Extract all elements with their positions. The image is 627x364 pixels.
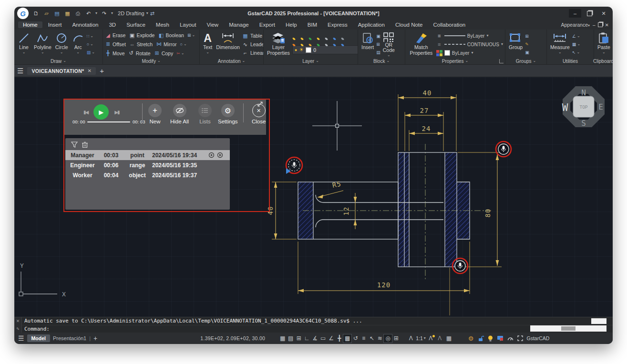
layout-tab[interactable]: Presentación1 [53, 335, 86, 341]
annotation-monitor-icon[interactable]: Λ [436, 334, 444, 343]
tab-bim[interactable]: BIM [303, 21, 322, 28]
model-tab[interactable]: Model [27, 334, 50, 342]
print-icon[interactable]: ⎙ [74, 10, 82, 17]
appearance-dropdown[interactable]: Appearance▾ [561, 22, 590, 28]
dimension-tool-button[interactable]: Dimension [215, 31, 241, 58]
command-prompt[interactable]: Command: [22, 325, 613, 333]
voice-marker-object[interactable] [452, 258, 468, 273]
leader-tool-button[interactable]: ∿Leader⌄ [242, 40, 263, 49]
tab-annotation[interactable]: Annotation [67, 21, 103, 28]
insert-block-button[interactable]: Insert [360, 31, 375, 58]
offset-button[interactable]: ≣Offset [105, 41, 126, 47]
object-snap-icon[interactable]: ╋ [335, 334, 343, 343]
settings-button[interactable]: ⚙ Settings [218, 104, 238, 124]
line-tool-button[interactable]: Line⌄ [16, 31, 31, 58]
lists-button[interactable]: Lists [198, 104, 212, 124]
save-icon[interactable]: ▤ [53, 10, 61, 17]
panel-label-modify[interactable]: Modify⌄ [103, 58, 199, 64]
zoom-object-icon[interactable]: ◎ [384, 334, 392, 343]
block-define-icon[interactable]: ▤ [376, 50, 380, 55]
hide-all-button[interactable]: Hide All [170, 104, 189, 124]
ellipse-tool-icon[interactable]: ○ [87, 42, 89, 47]
qr-code-button[interactable]: QR Code⌄ [381, 31, 396, 58]
tab-home[interactable]: Home [18, 21, 42, 28]
circle-tool-button[interactable]: Circle⌄ [54, 31, 70, 58]
view-cube[interactable]: N E S W TOP [562, 86, 605, 128]
workspace-grid-icon[interactable]: ▦ [445, 334, 453, 343]
open-folder-icon[interactable]: ▱ [43, 10, 50, 17]
panel-label-layer[interactable]: Layer⌄ [264, 58, 358, 64]
tab-layout[interactable]: Layout [175, 21, 201, 28]
panel-label-utilities[interactable]: Utilities [547, 58, 594, 64]
table-tool-button[interactable]: ▦Table [242, 32, 263, 40]
copy-button[interactable]: ⊞Copy [154, 50, 174, 56]
boolean-button[interactable]: ◧Boolean [158, 32, 184, 39]
play-button[interactable]: ▶ [93, 104, 109, 120]
match-properties-button[interactable]: Match Properties [407, 31, 435, 58]
panel-label-block[interactable]: Block⌄ [358, 58, 405, 64]
display-icon[interactable] [497, 335, 504, 341]
tab-manage[interactable]: Manage [224, 21, 254, 28]
viewcube-south[interactable]: S [581, 119, 586, 128]
doc-minimize-button[interactable]: – [593, 22, 596, 28]
close-button[interactable]: ✕ [597, 9, 610, 18]
previous-annotation-button[interactable]: ▮◀ [83, 110, 88, 115]
new-layout-button[interactable]: + [93, 334, 97, 342]
copy-mode-icon[interactable]: ⊞ [392, 334, 400, 343]
color-dropdown[interactable]: ByLayer▾ [436, 49, 503, 57]
drawing-canvas[interactable]: 40 27 24 40 80 120 12 R5 [14, 77, 613, 317]
stretch-button[interactable]: ⇔Stretch [129, 41, 153, 47]
unlock-icon[interactable] [478, 335, 484, 342]
annotation-row[interactable]: Worker00:04object2024/05/16 19:37 [65, 170, 230, 180]
viewcube-north[interactable]: N [581, 88, 586, 97]
play-annotation-icon[interactable] [217, 152, 223, 158]
tab-export[interactable]: Export [255, 21, 280, 28]
status-menu-icon[interactable]: ☰ [18, 334, 24, 342]
explode-button[interactable]: ▣Explode [129, 32, 154, 39]
doc-restore-button[interactable] [598, 22, 603, 27]
tab-application[interactable]: Application [353, 21, 390, 28]
file-tabs-menu-icon[interactable]: ☰ [17, 67, 23, 75]
fullscreen-icon[interactable] [517, 335, 523, 341]
tab-cloud-note[interactable]: Cloud Note [391, 21, 428, 28]
dialog-launcher-icon[interactable] [499, 59, 504, 63]
block-attr-icon[interactable]: ⊞ [376, 42, 380, 47]
group-edit-icon[interactable]: ✎ [525, 42, 529, 47]
object-track-icon[interactable]: ↺ [351, 334, 360, 343]
collapse-panel-icon[interactable] [257, 101, 263, 107]
annotation-row[interactable]: Engineer00:06range2024/05/16 19:35 [65, 160, 230, 170]
hatch-tool-icon[interactable]: ▨ [87, 50, 91, 55]
block-edit-icon[interactable]: ▣ [376, 34, 380, 39]
command-scrollbar[interactable] [530, 325, 606, 332]
trim-icon[interactable]: ✂ [176, 51, 180, 56]
performance-icon[interactable] [507, 335, 514, 341]
command-scroll-box[interactable] [591, 318, 606, 324]
chevron-down-icon[interactable]: ▾ [111, 12, 113, 15]
settings-gear-icon[interactable]: ⚙ [468, 335, 474, 342]
panel-label-clipboard[interactable]: Clipboard [594, 58, 613, 64]
hatch-display-icon[interactable]: ▩ [343, 334, 351, 343]
new-annotation-button[interactable]: + New [148, 104, 162, 124]
progress-bar[interactable] [87, 121, 130, 122]
workspace-dropdown[interactable]: 2D Drafting ▾ ⇄ [118, 10, 175, 17]
tab-close-icon[interactable]: ✕ [87, 68, 92, 73]
move-button[interactable]: ╋Move [105, 50, 125, 56]
ortho-mode-icon[interactable]: ∟ [303, 334, 311, 343]
viewcube-west[interactable]: W [562, 102, 568, 113]
gstarcad-logo-icon[interactable]: G [17, 8, 29, 19]
quick-select-icon[interactable]: ↖⌄ [572, 50, 580, 55]
angle-snap-icon[interactable]: ∠ [327, 334, 335, 343]
tab-express[interactable]: Express [323, 21, 352, 28]
voice-marker-point[interactable] [496, 142, 511, 157]
locate-annotation-icon[interactable] [208, 152, 215, 158]
viewcube-east[interactable]: E [598, 102, 603, 111]
next-annotation-button[interactable]: ▶▮ [114, 110, 119, 115]
array-icon[interactable]: ⊞ [187, 33, 191, 38]
workspace-switch-icon[interactable]: ⇄ [150, 10, 154, 17]
command-edit-icon[interactable]: ✎ [16, 327, 20, 331]
linetype-dropdown[interactable]: ≡ CONTINUOUS▾ [436, 40, 503, 49]
doc-close-button[interactable]: ✕ [605, 22, 609, 28]
quick-calc-icon[interactable]: ∠⌄ [572, 34, 580, 39]
annotation-scale-dropdown[interactable]: 1:1▾ [416, 335, 426, 341]
linear-dim-button[interactable]: ⌐Linear⌄ [242, 49, 263, 57]
